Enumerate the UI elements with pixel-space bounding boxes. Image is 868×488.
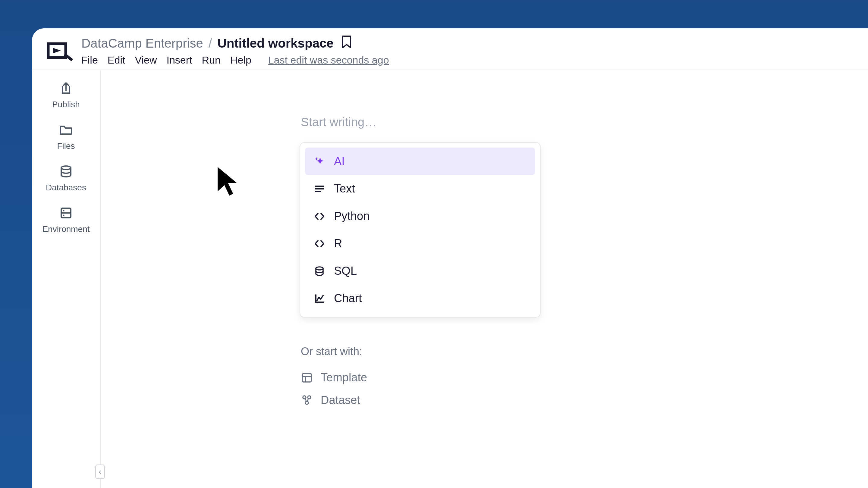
publish-icon bbox=[59, 81, 73, 97]
dropdown-item-label: R bbox=[334, 237, 342, 250]
code-icon bbox=[313, 238, 326, 249]
dataset-icon bbox=[301, 394, 313, 406]
header: DataCamp Enterprise / Untitled workspace… bbox=[32, 28, 868, 70]
dropdown-item-label: SQL bbox=[334, 264, 357, 278]
dropdown-item-r[interactable]: R bbox=[305, 230, 535, 257]
app-window: DataCamp Enterprise / Untitled workspace… bbox=[32, 28, 868, 488]
dropdown-item-label: Python bbox=[334, 210, 370, 223]
start-with-label: Or start with: bbox=[301, 345, 868, 358]
svg-point-13 bbox=[308, 396, 311, 399]
workspace-title[interactable]: Untitled workspace bbox=[218, 36, 334, 51]
breadcrumb: DataCamp Enterprise / Untitled workspace bbox=[82, 35, 856, 52]
svg-line-16 bbox=[307, 398, 308, 401]
sidebar-item-label: Databases bbox=[46, 183, 86, 193]
dropdown-item-label: Chart bbox=[334, 292, 362, 305]
svg-line-15 bbox=[305, 398, 306, 401]
sidebar-item-label: Files bbox=[57, 141, 75, 151]
sidebar-item-label: Environment bbox=[42, 224, 90, 234]
svg-point-12 bbox=[303, 396, 306, 399]
last-edit-status[interactable]: Last edit was seconds ago bbox=[268, 54, 389, 66]
menu-edit[interactable]: Edit bbox=[107, 54, 125, 66]
block-type-dropdown: AI Text bbox=[300, 142, 541, 318]
svg-point-4 bbox=[63, 215, 64, 216]
menu-file[interactable]: File bbox=[82, 54, 98, 66]
menubar: File Edit View Insert Run Help Last edit… bbox=[82, 54, 856, 66]
svg-point-8 bbox=[316, 267, 323, 270]
menu-run[interactable]: Run bbox=[202, 54, 221, 66]
datacamp-logo-icon bbox=[44, 40, 73, 61]
svg-point-0 bbox=[61, 166, 71, 170]
org-name[interactable]: DataCamp Enterprise bbox=[82, 36, 203, 51]
sparkle-icon bbox=[313, 156, 326, 167]
menu-view[interactable]: View bbox=[135, 54, 157, 66]
folder-icon bbox=[59, 123, 73, 138]
svg-point-3 bbox=[63, 210, 64, 212]
start-with-dataset[interactable]: Dataset bbox=[301, 389, 868, 412]
svg-rect-9 bbox=[302, 373, 311, 382]
dropdown-item-chart[interactable]: Chart bbox=[305, 285, 535, 312]
start-with-template[interactable]: Template bbox=[301, 366, 868, 389]
database-icon bbox=[59, 164, 73, 180]
template-icon bbox=[301, 372, 313, 384]
dropdown-item-label: AI bbox=[334, 155, 345, 168]
dropdown-item-text[interactable]: Text bbox=[305, 175, 535, 202]
text-lines-icon bbox=[313, 184, 326, 194]
sidebar-item-environment[interactable]: Environment bbox=[42, 206, 90, 234]
dropdown-item-label: Text bbox=[334, 182, 355, 195]
chart-icon bbox=[313, 293, 326, 304]
breadcrumb-separator: / bbox=[209, 36, 212, 51]
sidebar-item-publish[interactable]: Publish bbox=[52, 81, 80, 109]
main-content: Start writing… AI bbox=[101, 70, 868, 488]
sidebar: Publish Files Databases bbox=[32, 70, 101, 488]
start-writing-placeholder[interactable]: Start writing… bbox=[301, 116, 868, 129]
body-area: Publish Files Databases bbox=[32, 70, 868, 488]
dropdown-item-python[interactable]: Python bbox=[305, 202, 535, 230]
database-icon bbox=[313, 266, 326, 276]
logo[interactable] bbox=[44, 38, 74, 63]
dropdown-item-sql[interactable]: SQL bbox=[305, 257, 535, 285]
start-with-item-label: Template bbox=[321, 371, 367, 384]
menu-insert[interactable]: Insert bbox=[166, 54, 192, 66]
server-icon bbox=[59, 206, 73, 221]
dropdown-item-ai[interactable]: AI bbox=[305, 148, 535, 175]
bookmark-icon[interactable] bbox=[341, 35, 352, 52]
start-with-item-label: Dataset bbox=[321, 394, 360, 407]
sidebar-item-label: Publish bbox=[52, 100, 80, 109]
breadcrumb-area: DataCamp Enterprise / Untitled workspace… bbox=[82, 35, 856, 66]
start-with-section: Or start with: Template bbox=[301, 345, 868, 412]
menu-help[interactable]: Help bbox=[230, 54, 251, 66]
svg-point-14 bbox=[305, 401, 308, 404]
code-icon bbox=[313, 211, 326, 222]
sidebar-item-databases[interactable]: Databases bbox=[46, 164, 86, 193]
sidebar-item-files[interactable]: Files bbox=[57, 123, 75, 151]
